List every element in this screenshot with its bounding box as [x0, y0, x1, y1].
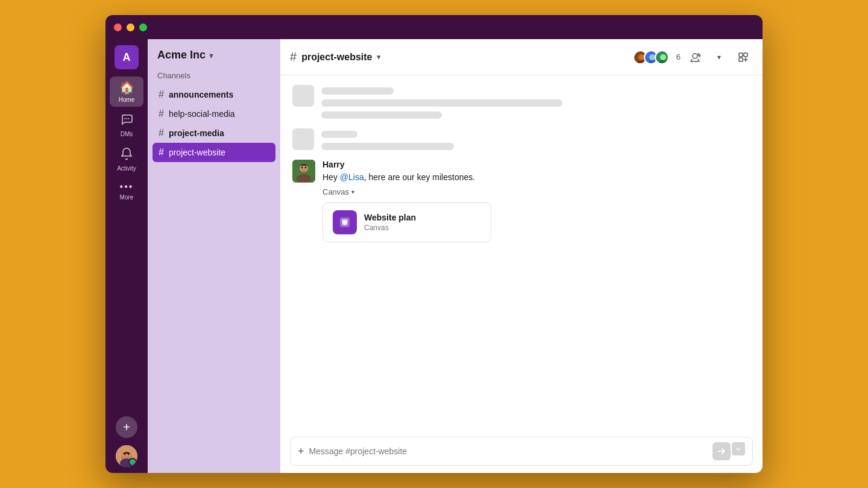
svg-rect-21: [739, 58, 743, 61]
skeleton-line: [321, 99, 562, 107]
canvas-label-text: Canvas: [322, 187, 349, 196]
hash-icon: #: [159, 89, 164, 100]
view-options-button[interactable]: ▾: [709, 48, 729, 67]
sidebar-item-label: More: [120, 194, 134, 201]
channel-item-project-website[interactable]: # project-website: [153, 143, 275, 162]
message-input-box: +: [290, 437, 753, 466]
channel-name: project-website: [169, 148, 225, 157]
svg-point-7: [124, 454, 126, 455]
message-avatar-harry: [292, 160, 315, 183]
send-options-button[interactable]: [732, 442, 745, 455]
svg-point-8: [128, 454, 130, 455]
sidebar-item-dms[interactable]: DMs: [110, 109, 143, 141]
messages-area: Harry Hey @Lisa, here are our key milest…: [280, 75, 763, 430]
skeleton-line: [321, 143, 454, 150]
hash-icon: #: [159, 108, 164, 119]
message-mention[interactable]: @Lisa: [340, 172, 364, 182]
app-window: A 🏠 Home DMs: [105, 15, 763, 473]
canvas-type: Canvas: [364, 224, 416, 232]
svg-rect-19: [739, 53, 743, 57]
member-avatars[interactable]: [633, 50, 669, 64]
channel-name: project-media: [169, 128, 224, 138]
app-body: A 🏠 Home DMs: [105, 39, 763, 473]
minimize-button[interactable]: [127, 23, 134, 31]
channel-item-project-media[interactable]: # project-media: [153, 124, 275, 143]
message-text-before: Hey: [322, 172, 340, 182]
message-text: Hey @Lisa, here are our key milestones.: [322, 172, 491, 184]
channel-dropdown-icon[interactable]: ▾: [377, 52, 381, 61]
svg-point-30: [344, 221, 346, 224]
skeleton-lines: [321, 128, 454, 150]
message-input-area: +: [280, 430, 763, 473]
skeleton-message-2: [292, 128, 750, 150]
left-sidebar: A 🏠 Home DMs: [105, 39, 148, 473]
channel-name: help-social-media: [169, 109, 235, 119]
huddle-button[interactable]: [685, 48, 705, 67]
member-avatar-3: [655, 50, 669, 64]
canvas-attachment[interactable]: Website plan Canvas: [322, 202, 491, 242]
home-icon: 🏠: [119, 80, 134, 95]
canvas-title: Website plan: [364, 213, 416, 222]
sidebar-item-more[interactable]: ••• More: [110, 178, 143, 204]
workspace-chevron-icon: ▾: [209, 51, 213, 60]
workspace-header[interactable]: Acme Inc ▾: [148, 49, 280, 71]
svg-point-1: [126, 118, 127, 119]
add-view-button[interactable]: [734, 48, 753, 67]
message-content-harry: Harry Hey @Lisa, here are our key milest…: [322, 160, 491, 242]
channel-header-name: project-website: [301, 52, 372, 63]
canvas-dropdown-icon: ▾: [351, 189, 354, 195]
title-bar: [105, 15, 763, 39]
maximize-button[interactable]: [139, 23, 147, 31]
svg-point-0: [124, 118, 125, 119]
channels-section: Channels # announcements # help-social-m…: [148, 71, 280, 162]
sidebar-item-activity[interactable]: Activity: [110, 143, 143, 175]
send-button[interactable]: [712, 442, 731, 460]
message-input[interactable]: [309, 446, 708, 456]
avatar-image: [116, 445, 137, 467]
attach-button[interactable]: +: [298, 445, 304, 458]
message-text-after: , here are our key milestones.: [364, 172, 475, 182]
svg-point-2: [128, 118, 129, 119]
sidebar-item-label: Activity: [117, 165, 136, 172]
dm-icon: [120, 113, 133, 129]
sidebar-item-label: DMs: [121, 131, 133, 137]
sidebar-item-label: Home: [119, 96, 135, 103]
main-content: # project-website ▾: [280, 39, 763, 473]
more-icon: •••: [120, 181, 134, 192]
member-count: 6: [676, 52, 681, 61]
message-harry: Harry Hey @Lisa, here are our key milest…: [292, 160, 750, 242]
skeleton-line: [321, 131, 357, 138]
canvas-icon: [333, 210, 357, 234]
message-sender: Harry: [322, 160, 491, 169]
send-group: [712, 442, 745, 460]
skeleton-line: [321, 87, 394, 95]
channel-header: # project-website ▾: [280, 39, 763, 75]
skeleton-line: [321, 111, 442, 119]
channel-hash-icon: #: [290, 50, 297, 64]
channel-name: announcements: [169, 90, 233, 99]
hash-icon: #: [159, 147, 164, 158]
skeleton-message-1: [292, 85, 750, 119]
channel-item-announcements[interactable]: # announcements: [153, 85, 275, 104]
svg-rect-20: [744, 53, 747, 57]
svg-point-27: [301, 167, 303, 169]
workspace-name: Acme Inc: [157, 49, 206, 61]
channels-label: Channels: [153, 71, 275, 85]
close-button[interactable]: [114, 23, 122, 31]
svg-point-18: [693, 54, 697, 58]
workspace-avatar[interactable]: A: [115, 45, 139, 69]
user-avatar[interactable]: [116, 445, 137, 467]
channel-item-help-social-media[interactable]: # help-social-media: [153, 104, 275, 124]
bell-icon: [121, 147, 133, 163]
add-workspace-button[interactable]: +: [116, 416, 137, 438]
skeleton-lines: [321, 85, 562, 119]
skeleton-avatar: [292, 128, 314, 150]
canvas-info: Website plan Canvas: [364, 213, 416, 232]
skeleton-avatar: [292, 85, 314, 107]
svg-point-16: [660, 54, 666, 60]
sidebar-item-home[interactable]: 🏠 Home: [110, 77, 143, 107]
hash-icon: #: [159, 128, 164, 139]
channel-sidebar: Acme Inc ▾ Channels # announcements # he…: [148, 39, 280, 473]
canvas-label[interactable]: Canvas ▾: [322, 187, 491, 196]
svg-point-28: [305, 167, 307, 169]
